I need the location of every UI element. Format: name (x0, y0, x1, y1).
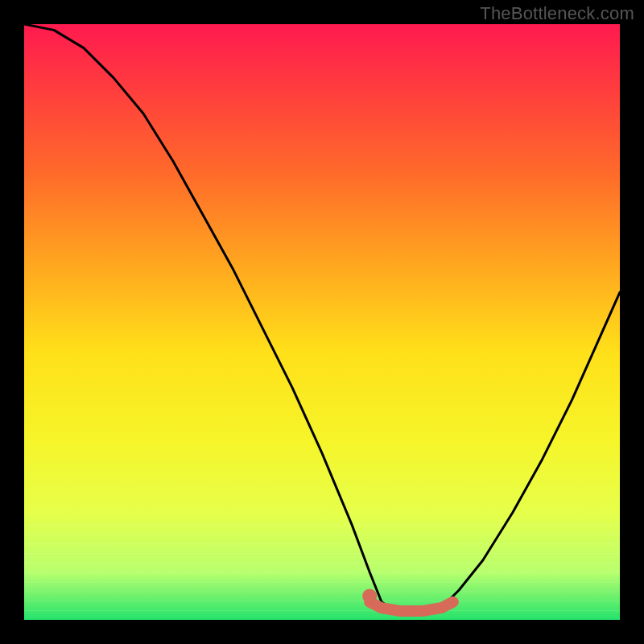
band-line (24, 534, 620, 535)
band-line (24, 582, 620, 583)
gradient-background (24, 24, 620, 620)
band-line (24, 525, 620, 526)
plot-area (24, 24, 620, 620)
band-line (24, 553, 620, 554)
band-line (24, 572, 620, 573)
chart-container: TheBottleneck.com (0, 0, 644, 644)
band-line (24, 563, 620, 564)
watermark-text: TheBottleneck.com (480, 3, 634, 24)
optimal-start-point (362, 588, 377, 603)
chart-svg (24, 24, 620, 620)
band-line (24, 610, 620, 611)
band-line (24, 543, 620, 544)
band-line (24, 591, 620, 592)
band-line (24, 601, 620, 601)
